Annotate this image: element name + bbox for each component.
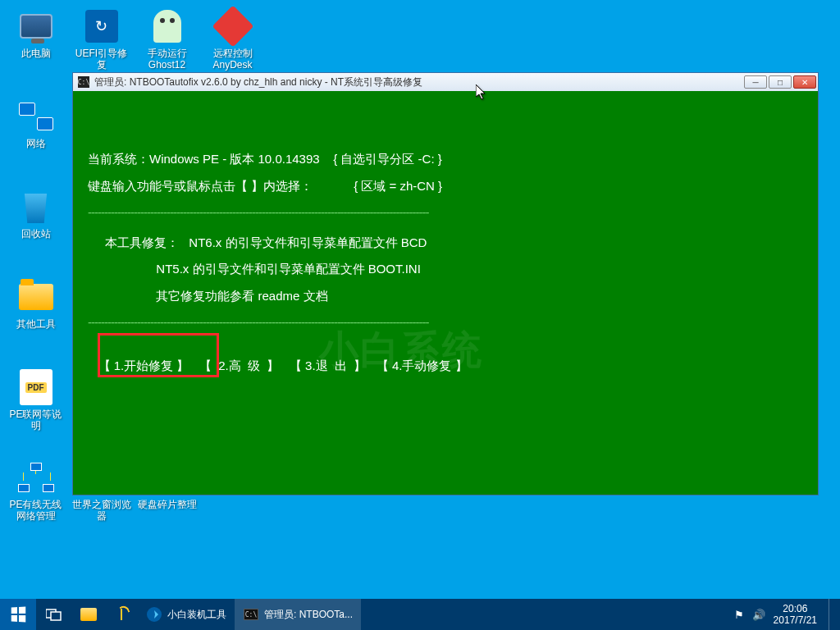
- svg-rect-1: [51, 612, 61, 620]
- taskbar-pinned-taskview[interactable]: [36, 599, 72, 630]
- desktop-icon-pe-net-mgr[interactable]: PE有线无线网络管理: [5, 458, 66, 522]
- desktop-icon-this-pc[interactable]: 此电脑: [5, 7, 66, 59]
- menu-advanced[interactable]: 【 2.高 级 】: [199, 357, 280, 376]
- desktop-icon-recycle-bin[interactable]: 回收站: [5, 187, 66, 240]
- tray-flag-icon[interactable]: ⚑: [734, 609, 744, 621]
- window-controls: ─ □ ✕: [744, 75, 816, 89]
- taskbar-label: 管理员: NTBOOTa...: [264, 608, 353, 622]
- pc-icon: [16, 7, 56, 46]
- remote-icon: [213, 7, 253, 46]
- taskbar: 小白装机工具 C:\ 管理员: NTBOOTa... ⚑ 🔊 20:06 201…: [0, 599, 840, 630]
- maximize-button[interactable]: □: [769, 75, 792, 89]
- menu-exit[interactable]: 【 3.退 出 】: [290, 357, 366, 376]
- tray-volume-icon[interactable]: 🔊: [752, 609, 765, 621]
- divider: ----------------------------------------…: [88, 313, 803, 332]
- titlebar[interactable]: C:\ 管理员: NTBOOTautofix v2.6.0 by chz_hlh…: [73, 73, 818, 91]
- desktop-icon-pe-readme[interactable]: PDF PE联网等说明: [5, 368, 66, 431]
- folder-icon: [80, 606, 97, 623]
- desktop-icon-network[interactable]: 网络: [5, 97, 66, 149]
- icon-label: PE联网等说明: [5, 409, 66, 431]
- taskbar-pinned-explorer[interactable]: [72, 599, 105, 630]
- taskbar-pinned-wifi[interactable]: [105, 599, 138, 630]
- desktop-icon-uefi[interactable]: ↻ UEFI引导修复: [71, 7, 132, 71]
- close-button[interactable]: ✕: [793, 75, 816, 89]
- icon-label: 此电脑: [5, 48, 66, 59]
- windows-logo-icon: [11, 606, 26, 622]
- clock-time: 20:06: [774, 603, 817, 614]
- cmd-icon: C:\: [243, 606, 259, 623]
- minimize-button[interactable]: ─: [744, 75, 767, 89]
- menu-start-repair[interactable]: 【 1.开始修复 】: [98, 357, 189, 376]
- icon-label: 远程控制AnyDesk: [202, 48, 263, 71]
- desktop-icon-remote[interactable]: 远程控制AnyDesk: [202, 7, 263, 71]
- show-desktop-button[interactable]: [829, 599, 835, 630]
- line-current-system: 当前系统：Windows PE - 版本 10.0.14393 { 自选引导分区…: [88, 150, 803, 169]
- system-tray: ⚑ 🔊 20:06 2017/7/21: [726, 599, 840, 630]
- uefi-icon: ↻: [82, 7, 121, 46]
- start-button[interactable]: [0, 599, 36, 630]
- cmd-icon: C:\: [78, 76, 89, 88]
- taskbar-app-ntboot[interactable]: C:\ 管理员: NTBOOTa...: [235, 599, 361, 630]
- icon-label: UEFI引导修复: [71, 48, 132, 71]
- divider: ----------------------------------------…: [88, 203, 803, 222]
- ghost-icon: [148, 7, 187, 46]
- recycle-bin-icon: [16, 187, 56, 226]
- window-title: 管理员: NTBOOTautofix v2.6.0 by chz_hlh and…: [94, 75, 744, 89]
- icon-label: 硬盘碎片整理: [136, 499, 198, 510]
- icon-label: 世界之窗浏览器: [71, 499, 132, 522]
- pdf-icon: PDF: [16, 368, 56, 407]
- desktop-icon-ghost[interactable]: 手动运行Ghost12: [136, 7, 198, 71]
- icon-label: PE有线无线网络管理: [5, 499, 66, 522]
- clock-date: 2017/7/21: [774, 614, 817, 626]
- wifi-icon: [113, 606, 130, 623]
- tray-clock[interactable]: 20:06 2017/7/21: [774, 603, 820, 626]
- tool-desc-other: 其它修复功能参看 readme 文档: [88, 287, 803, 306]
- line-keyboard-hint: 键盘输入功能号或鼠标点击【 】内选择： { 区域 = zh-CN }: [88, 177, 803, 196]
- tool-desc-nt6: 本工具修复： NT6.x 的引导文件和引导菜单配置文件 BCD: [88, 234, 803, 253]
- desktop-icon-other-tools[interactable]: 其他工具: [5, 277, 66, 330]
- icon-label: 其他工具: [5, 318, 66, 330]
- network-manager-icon: [16, 458, 56, 497]
- taskbar-label: 小白装机工具: [167, 608, 226, 622]
- menu-row: 【 1.开始修复 】 【 2.高 级 】 【 3.退 出 】 【 4.手动修复 …: [88, 357, 803, 376]
- menu-manual-repair[interactable]: 【 4.手动修复 】: [377, 357, 468, 376]
- console-content[interactable]: 小白系统 当前系统：Windows PE - 版本 10.0.14393 { 自…: [73, 91, 818, 495]
- folder-icon: [16, 277, 56, 317]
- icon-label: 手动运行Ghost12: [136, 48, 198, 71]
- icon-label: 回收站: [5, 228, 66, 240]
- ntboot-window: C:\ 管理员: NTBOOTautofix v2.6.0 by chz_hlh…: [72, 72, 819, 495]
- taskview-icon: [44, 605, 64, 624]
- tool-desc-nt5: NT5.x 的引导文件和引导菜单配置文件 BOOT.INI: [88, 260, 803, 279]
- network-icon: [16, 97, 56, 136]
- xiaobai-icon: [146, 606, 162, 623]
- taskbar-app-xiaobai[interactable]: 小白装机工具: [138, 599, 235, 630]
- icon-label: 网络: [5, 138, 66, 149]
